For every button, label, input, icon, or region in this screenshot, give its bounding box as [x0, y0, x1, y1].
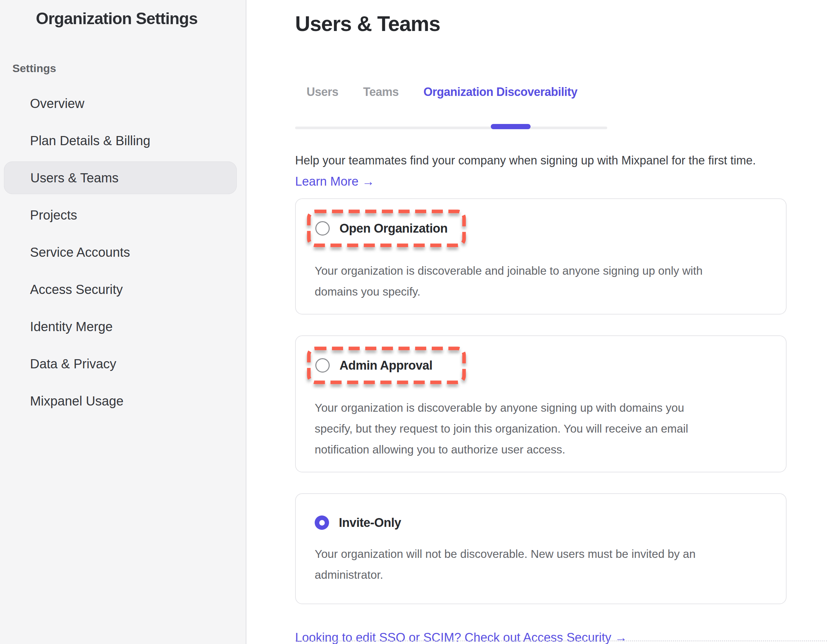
description-line: Your organization is discoverable by any…: [315, 397, 773, 418]
sidebar-item-users-teams[interactable]: Users & Teams: [4, 161, 237, 194]
sidebar-item-projects[interactable]: Projects: [0, 196, 245, 234]
description-line: Your organization will not be discoverab…: [315, 544, 773, 564]
sidebar-item-identity-merge[interactable]: Identity Merge: [0, 308, 245, 345]
sidebar-item-data-privacy[interactable]: Data & Privacy: [0, 345, 245, 382]
radio-invite-only[interactable]: [315, 516, 329, 530]
option-card-invite-only: Invite-Only Your organization will not b…: [295, 493, 786, 604]
sidebar-nav: Overview Plan Details & Billing Users & …: [0, 85, 245, 419]
page-title: Users & Teams: [295, 12, 827, 36]
red-dashed-border: [307, 209, 466, 247]
description-line: domains you specify.: [315, 281, 773, 302]
bottom-divider: [295, 641, 827, 641]
sidebar: Organization Settings Settings Overview …: [0, 0, 245, 644]
sidebar-item-mixpanel-usage[interactable]: Mixpanel Usage: [0, 382, 245, 419]
sidebar-item-service-accounts[interactable]: Service Accounts: [0, 234, 245, 271]
option-description-open-organization: Your organization is discoverable and jo…: [315, 260, 773, 302]
description-line: notification allowing you to authorize u…: [315, 439, 773, 460]
description-line: Your organization is discoverable and jo…: [315, 260, 773, 281]
option-row-invite-only: Invite-Only: [315, 515, 773, 530]
sidebar-item-overview[interactable]: Overview: [0, 85, 245, 122]
access-security-link[interactable]: Looking to edit SSO or SCIM? Check out A…: [295, 629, 627, 644]
sidebar-item-plan-details-billing[interactable]: Plan Details & Billing: [0, 122, 245, 159]
annotation-highlight-admin-approval: Admin Approval: [307, 347, 466, 384]
option-card-admin-approval: Admin Approval Your organization is disc…: [295, 335, 786, 472]
sidebar-item-access-security[interactable]: Access Security: [0, 271, 245, 308]
option-label-invite-only: Invite-Only: [339, 516, 401, 530]
learn-more-link[interactable]: Learn More →: [295, 173, 374, 190]
tab-users[interactable]: Users: [307, 85, 339, 99]
tab-bar: Users Teams Organization Discoverability: [295, 85, 827, 129]
active-tab-indicator: [491, 124, 531, 129]
tab-teams[interactable]: Teams: [363, 85, 399, 99]
annotation-highlight-open-organization: Open Organization: [307, 209, 466, 247]
organization-settings-page: Organization Settings Settings Overview …: [0, 0, 827, 644]
option-description-admin-approval: Your organization is discoverable by any…: [315, 397, 773, 460]
sidebar-section-label: Settings: [12, 62, 245, 75]
option-description-invite-only: Your organization will not be discoverab…: [315, 544, 773, 585]
description-line: administrator.: [315, 564, 773, 585]
tab-organization-discoverability[interactable]: Organization Discoverability: [423, 85, 577, 99]
description-line: specify, but they request to join this o…: [315, 418, 773, 439]
intro-text: Help your teammates find your company wh…: [295, 152, 827, 169]
main-content: Users & Teams Users Teams Organization D…: [247, 0, 827, 644]
tab-rail: [295, 127, 607, 129]
option-card-open-organization: Open Organization Your organization is d…: [295, 199, 786, 314]
sidebar-title: Organization Settings: [36, 9, 245, 28]
red-dashed-border: [307, 347, 466, 384]
